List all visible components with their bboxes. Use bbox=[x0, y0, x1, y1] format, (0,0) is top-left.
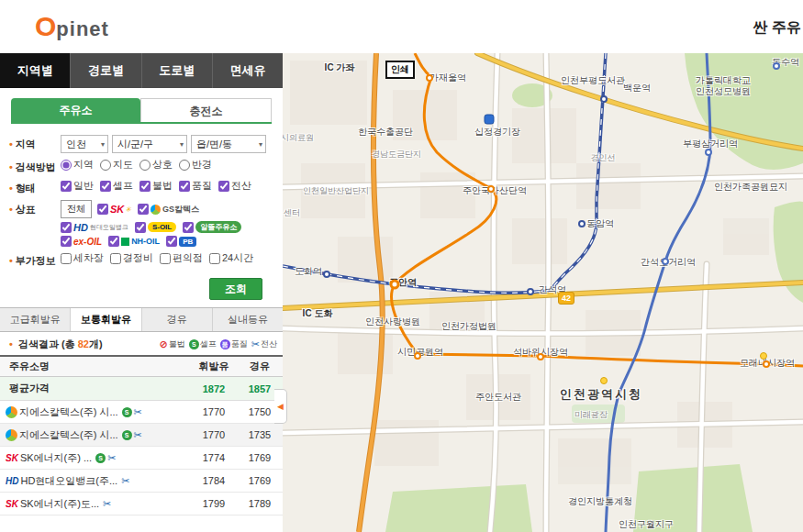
price-tab-3[interactable]: 실내등유 bbox=[213, 308, 283, 331]
method-option-3-input[interactable] bbox=[179, 160, 190, 171]
type-option-2[interactable]: 불법 bbox=[139, 179, 173, 193]
brand-option-nhoil[interactable]: NH-OIL bbox=[108, 236, 160, 247]
station-marker-12[interactable] bbox=[662, 258, 669, 265]
method-option-2[interactable]: 상호 bbox=[139, 158, 173, 172]
gs-brand-icon bbox=[6, 406, 17, 418]
brand-option-sk[interactable]: SK bbox=[97, 204, 131, 215]
result-label-text: 검색결과 bbox=[18, 338, 59, 349]
price-tab-0[interactable]: 고급휘발유 bbox=[0, 308, 71, 331]
price-tab-2[interactable]: 경유 bbox=[142, 308, 213, 331]
brand-checkbox-gs[interactable] bbox=[138, 204, 149, 215]
nav-tab-0[interactable]: 지역별 bbox=[0, 53, 71, 88]
brand-checkbox-pb[interactable] bbox=[166, 236, 177, 247]
extra-option-0-input[interactable] bbox=[61, 253, 72, 264]
nav-tab-3[interactable]: 면세유 bbox=[213, 53, 283, 88]
type-option-1-label: 셀프 bbox=[113, 179, 133, 193]
brand-option-pb[interactable]: PB bbox=[166, 236, 196, 247]
brand-option-gs[interactable]: GS칼텍스 bbox=[138, 204, 199, 216]
fuel-marker-2[interactable] bbox=[760, 352, 767, 360]
price-tab-1[interactable]: 보통휘발유 bbox=[71, 308, 141, 331]
station-marker-0[interactable] bbox=[426, 74, 433, 82]
station-marker-2[interactable] bbox=[390, 280, 400, 290]
type-option-4-input[interactable] bbox=[218, 181, 229, 192]
brand-option-soil[interactable]: S-OIL bbox=[135, 222, 176, 233]
panel-collapse-handle[interactable]: ◀ bbox=[274, 389, 287, 424]
extra-option-1-input[interactable] bbox=[110, 253, 121, 264]
station-row-2[interactable]: SKSK에너지(주) ...S✂17741769 bbox=[0, 447, 283, 470]
nav-tab-1[interactable]: 경로별 bbox=[71, 53, 141, 88]
hd-brand-logo: HD bbox=[73, 222, 88, 233]
nav-tab-2[interactable]: 도로별 bbox=[142, 53, 213, 88]
extra-option-2[interactable]: 편의점 bbox=[160, 251, 203, 265]
map[interactable]: IC 가좌가재울역동수역인천부평도서관백운역가톨릭대학교인천성모병원십정경기장한… bbox=[283, 53, 803, 532]
station-marker-7[interactable] bbox=[578, 220, 586, 227]
search-button[interactable]: 조회 bbox=[209, 278, 262, 300]
station-marker-3[interactable] bbox=[414, 352, 421, 360]
station-marker-11[interactable] bbox=[705, 149, 712, 156]
station-tab-0[interactable]: 주유소 bbox=[11, 98, 140, 122]
result-count-label: 검색결과 (총 82개) bbox=[9, 338, 103, 351]
station-tab-1[interactable]: 충전소 bbox=[140, 98, 272, 122]
station-marker-10[interactable] bbox=[773, 62, 780, 70]
legend-label-quality: 품질 bbox=[231, 338, 248, 350]
extra-option-3[interactable]: 24시간 bbox=[209, 251, 253, 265]
type-option-3[interactable]: 품질 bbox=[179, 179, 212, 193]
brand-option-altteul[interactable]: 알뜰주유소 bbox=[183, 221, 241, 233]
station-row-4[interactable]: SKSK에너지(주)도...✂17991789 bbox=[0, 493, 283, 515]
station-marker-9[interactable] bbox=[323, 271, 330, 278]
sido-select[interactable]: 인천▾ bbox=[61, 135, 108, 153]
extra-option-1[interactable]: 경정비 bbox=[110, 251, 153, 265]
dong-select[interactable]: 읍/면/동▾ bbox=[191, 135, 266, 153]
brand-checkbox-altteul[interactable] bbox=[183, 222, 194, 233]
flag-marker-0[interactable] bbox=[485, 115, 495, 125]
opinet-logo[interactable]: Opinet bbox=[35, 11, 109, 42]
type-option-1-input[interactable] bbox=[100, 181, 111, 192]
map-label-13: 인천가족공원묘지 bbox=[714, 181, 787, 194]
method-option-3[interactable]: 반경 bbox=[179, 158, 212, 172]
station-marker-6[interactable] bbox=[600, 95, 608, 103]
station-row-3[interactable]: HDHD현대오일뱅크(주...✂17841769 bbox=[0, 470, 283, 493]
station-row-0[interactable]: 지에스칼텍스(주) 시...S✂17701750 bbox=[0, 401, 283, 424]
type-option-3-input[interactable] bbox=[179, 181, 190, 192]
method-option-0[interactable]: 지역 bbox=[61, 158, 94, 172]
station-row-1[interactable]: 지에스칼텍스(주) 시...S✂17701735 bbox=[0, 424, 283, 447]
extra-info-row: 부가정보 세차장경정비편의점24시간 bbox=[9, 251, 275, 268]
route-42-badge: 42 bbox=[558, 292, 574, 305]
station-marker-1[interactable] bbox=[487, 185, 495, 193]
method-option-1[interactable]: 지도 bbox=[100, 158, 133, 172]
method-option-1-input[interactable] bbox=[100, 160, 111, 171]
gugun-select[interactable]: 시/군/구▾ bbox=[112, 135, 187, 153]
extra-option-2-input[interactable] bbox=[160, 253, 171, 264]
station-name: HD현대오일뱅크(주... bbox=[20, 474, 117, 488]
type-option-4[interactable]: 전산 bbox=[218, 179, 251, 193]
legend-ban: ⊘불법 bbox=[160, 338, 185, 350]
col-gasoline: 휘발유 bbox=[191, 360, 237, 373]
type-option-1[interactable]: 셀프 bbox=[100, 179, 133, 193]
map-label-16: 동암역 bbox=[586, 217, 614, 230]
method-option-0-input[interactable] bbox=[61, 160, 72, 171]
extra-option-3-input[interactable] bbox=[209, 253, 220, 264]
sk-brand-icon: SK bbox=[6, 453, 18, 463]
brand-all-button[interactable]: 전체 bbox=[61, 200, 92, 218]
brand-checkbox-soil[interactable] bbox=[135, 222, 146, 233]
brand-option-hd[interactable]: HD현대오일뱅크 bbox=[61, 222, 128, 233]
type-option-0-input[interactable] bbox=[61, 181, 72, 192]
table-header: 주유소명 휘발유 경유 bbox=[0, 355, 283, 377]
brand-checkbox-hd[interactable] bbox=[61, 222, 72, 233]
brand-checkbox-sk[interactable] bbox=[97, 204, 108, 215]
type-option-0[interactable]: 일반 bbox=[61, 179, 94, 193]
station-marker-4[interactable] bbox=[537, 353, 544, 360]
brand-option-exoil[interactable]: ex-OIL bbox=[61, 236, 102, 247]
fuel-marker-1[interactable] bbox=[600, 377, 608, 384]
region-label: 지역 bbox=[9, 135, 61, 151]
station-marker-5[interactable] bbox=[763, 360, 770, 368]
dong-value: 읍/면/동 bbox=[196, 138, 232, 151]
type-option-2-input[interactable] bbox=[139, 181, 151, 192]
brand-checkbox-nhoil[interactable] bbox=[108, 236, 119, 247]
station-marker-8[interactable] bbox=[527, 288, 534, 295]
map-print-button[interactable]: 인쇄 bbox=[385, 61, 415, 79]
extra-option-0[interactable]: 세차장 bbox=[61, 251, 104, 265]
brand-checkbox-exoil[interactable] bbox=[61, 236, 72, 247]
scan-badge-icon: ✂ bbox=[134, 429, 142, 441]
method-option-2-input[interactable] bbox=[139, 160, 151, 171]
